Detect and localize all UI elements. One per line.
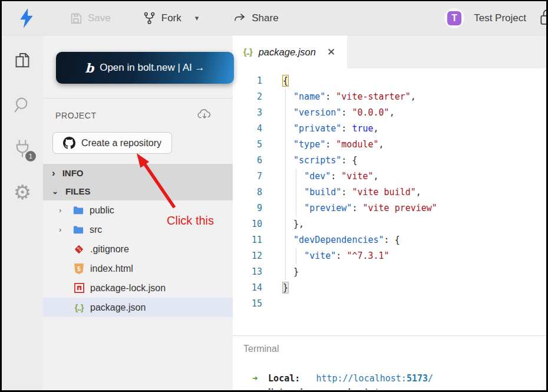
line-number: 11 [233, 232, 262, 248]
plugin-badge: 1 [25, 151, 36, 162]
chevron-right-icon: › [59, 206, 67, 215]
code-line-8[interactable]: 8 "build": "vite build", [233, 185, 546, 200]
folder-icon [73, 205, 84, 216]
folder-icon [73, 225, 84, 235]
terminal-panel[interactable]: Terminal ➜ Local: http://localhost:5173/… [233, 335, 546, 390]
github-icon [63, 137, 75, 149]
code-line-1[interactable]: 1{ [233, 73, 546, 89]
project-avatar[interactable]: T [444, 8, 464, 28]
code-line-6[interactable]: 6 "scripts": { [233, 153, 546, 169]
line-number: 7 [233, 169, 262, 185]
download-project-button[interactable] [197, 108, 212, 123]
privacy-lock-icon[interactable] [539, 8, 548, 28]
terminal-label: Terminal [243, 344, 546, 354]
code-line-5[interactable]: 5 "type": "module", [233, 137, 546, 153]
tree-item-package-lock-json[interactable]: package-lock.json [43, 278, 233, 298]
line-number: 6 [233, 153, 262, 169]
code-line-10[interactable]: 10 }, [233, 216, 546, 232]
json-icon: {..} [74, 302, 84, 313]
code-line-2[interactable]: 2 "name": "vite-starter", [233, 89, 546, 105]
line-number: 2 [233, 89, 262, 105]
close-tab-icon[interactable]: ✕ [327, 46, 335, 58]
cloud-download-icon [197, 108, 212, 120]
line-number: 5 [233, 137, 262, 153]
tab-package-json[interactable]: {..} package.json ✕ [233, 35, 347, 68]
file-name: package.json [90, 302, 146, 313]
sidebar: b Open in bolt.new | AI → PROJECT Create… [43, 35, 233, 390]
terminal-output: ➜ Local: http://localhost:5173/ Network:… [252, 371, 433, 390]
code-line-7[interactable]: 7 "dev": "vite", [233, 169, 546, 185]
tab-title: package.json [259, 47, 316, 58]
create-repository-button[interactable]: Create a repository [52, 132, 172, 154]
file-tree: › INFO ⌄ FILES ›public›src.gitignore5ind… [43, 164, 233, 317]
code-line-3[interactable]: 3 "version": "0.0.0", [233, 105, 546, 121]
activity-bar: 1 ⚙ [2, 35, 43, 390]
section-files[interactable]: ⌄ FILES [43, 182, 233, 200]
tab-bar: {..} package.json ✕ [233, 35, 546, 68]
gear-icon: ⚙ [14, 182, 31, 202]
code-line-12[interactable]: 12 "vite": "^7.3.1" [233, 248, 546, 264]
line-number: 13 [233, 264, 262, 280]
line-number: 14 [233, 280, 262, 296]
chevron-down-icon: ⌄ [52, 187, 58, 196]
chevron-right-icon: › [59, 225, 67, 234]
svg-text:5: 5 [77, 265, 81, 272]
search-panel-button[interactable] [11, 93, 34, 117]
indent-guide [296, 248, 296, 264]
project-name: Test Project [474, 12, 526, 24]
section-files-label: FILES [65, 186, 91, 196]
file-name: package-lock.json [90, 283, 166, 294]
section-info[interactable]: › INFO [43, 164, 233, 182]
tree-item-src[interactable]: ›src [43, 220, 233, 239]
open-in-bolt-button[interactable]: b Open in bolt.new | AI → [56, 52, 234, 84]
fork-label: Fork [161, 12, 181, 24]
json-braces-icon: {..} [243, 47, 252, 57]
line-number: 8 [233, 185, 262, 200]
chevron-right-icon: › [52, 167, 55, 179]
code-line-13[interactable]: 13 } [233, 264, 546, 280]
tree-item-public[interactable]: ›public [43, 200, 233, 220]
line-number: 12 [233, 248, 262, 264]
bolt-button-label: Open in bolt.new | AI → [100, 62, 204, 74]
stackblitz-logo-icon[interactable] [19, 8, 34, 28]
code-editor[interactable]: 1{2 "name": "vite-starter",3 "version": … [233, 68, 546, 335]
line-number: 10 [233, 216, 262, 232]
tree-item-index-html[interactable]: 5index.html [43, 259, 233, 278]
save-button[interactable]: Save [70, 12, 111, 25]
file-name: .gitignore [90, 244, 129, 255]
chevron-down-icon[interactable]: ▾ [195, 14, 199, 22]
code-line-15[interactable]: 15 [233, 296, 546, 312]
bolt-logo-icon: b [85, 61, 94, 75]
editor-pane: {..} package.json ✕ 1{2 "name": "vite-st… [233, 35, 546, 390]
settings-panel-button[interactable]: ⚙ [11, 180, 34, 204]
git-icon [74, 244, 84, 255]
fork-icon [143, 11, 156, 25]
code-line-4[interactable]: 4 "private": true, [233, 121, 546, 137]
line-number: 1 [233, 73, 262, 89]
tree-item-package-json[interactable]: {..}package.json [43, 298, 233, 317]
fork-button[interactable]: Fork ▾ [143, 11, 199, 25]
terminal-line: ➜ Local: http://localhost:5173/ [252, 371, 433, 386]
share-button[interactable]: Share [233, 11, 278, 25]
file-name: index.html [90, 263, 133, 274]
line-number: 3 [233, 105, 262, 121]
line-number: 4 [233, 121, 262, 137]
plugins-panel-button[interactable]: 1 [11, 137, 34, 160]
avatar-letter: T [447, 11, 461, 25]
file-name: public [90, 205, 114, 216]
code-line-9[interactable]: 9 "preview": "vite preview" [233, 200, 546, 216]
code-line-11[interactable]: 11 "devDependencies": { [233, 232, 546, 248]
terminal-line: Network: use --host to expose [252, 386, 433, 390]
code-line-14[interactable]: 14} [233, 280, 546, 296]
create-repository-label: Create a repository [81, 138, 161, 149]
share-label: Share [252, 12, 278, 24]
toolbar: Save Fork ▾ Share T Test Project [2, 1, 546, 35]
share-icon [233, 11, 246, 25]
project-section-label: PROJECT [55, 111, 97, 120]
indent-guide [296, 169, 296, 216]
html-icon: 5 [74, 263, 84, 274]
stackblitz-window: Save Fork ▾ Share T Test Project [0, 0, 548, 392]
section-info-label: INFO [62, 168, 84, 178]
files-panel-button[interactable] [11, 50, 34, 73]
tree-item--gitignore[interactable]: .gitignore [43, 239, 233, 259]
